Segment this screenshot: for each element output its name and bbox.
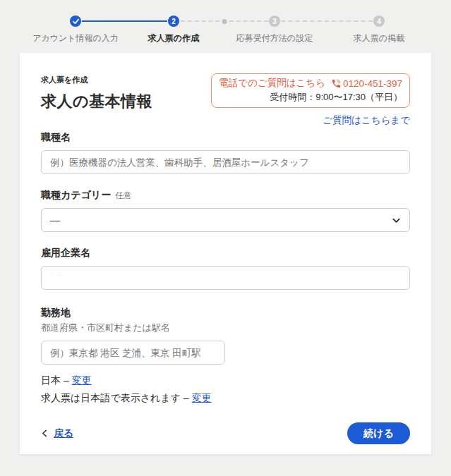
company-name-input-wrap	[41, 260, 410, 290]
phone-help-text: 電話でのご質問はこちら	[219, 77, 325, 90]
step-4-circle: 4	[373, 16, 385, 27]
field-company-name: 雇用企業名	[41, 247, 410, 290]
job-category-label: 職種カテゴリー任意	[41, 189, 410, 202]
chevron-left-icon	[41, 429, 49, 437]
optional-badge: 任意	[115, 191, 131, 200]
location-label: 勤務地	[41, 307, 410, 319]
step-4-label: 求人票の掲載	[354, 32, 404, 44]
step-2-label: 求人票の作成	[148, 32, 199, 44]
back-link[interactable]: 戻る	[41, 427, 73, 440]
country-text: 日本 –	[41, 374, 69, 386]
country-line: 日本 –変更	[41, 374, 410, 387]
chevron-down-icon	[392, 216, 401, 225]
phone-help-line: 電話でのご質問はこちら 0120-451-397	[219, 77, 402, 90]
step-3-circle: 3	[269, 16, 280, 27]
language-line: 求人票は日本語で表示されます –変更	[41, 392, 410, 405]
language-text: 求人票は日本語で表示されます –	[41, 392, 189, 403]
location-input[interactable]	[41, 341, 225, 365]
phone-area: 電話でのご質問はこちら 0120-451-397 受付時間：9:00〜17:30…	[211, 73, 410, 127]
company-name-label: 雇用企業名	[41, 247, 410, 260]
stepper-mid-dot	[222, 19, 227, 24]
progress-stepper: 2 3 4 アカウント情報の入力 求人票の作成 応募受付方法の設定 求人票の掲載	[0, 0, 451, 53]
location-sublabel: 都道府県・市区町村または駅名	[41, 322, 410, 334]
title-block: 求人票を作成 求人の基本情報	[41, 73, 152, 127]
phone-icon	[331, 78, 342, 89]
field-location: 勤務地 都道府県・市区町村または駅名	[41, 307, 410, 365]
page-title: 求人の基本情報	[41, 91, 152, 112]
step-2-circle: 2	[168, 16, 179, 27]
phone-hours: 受付時間：9:00〜17:30（平日）	[219, 91, 402, 104]
form-card: 求人票を作成 求人の基本情報 電話でのご質問はこちら 0120-451-397 …	[20, 53, 431, 454]
job-category-selected-value: —	[50, 214, 60, 226]
job-title-input[interactable]	[41, 150, 410, 174]
job-title-label: 職種名	[41, 131, 410, 144]
card-footer: 戻る 続ける	[41, 422, 410, 444]
phone-help-box: 電話でのご質問はこちら 0120-451-397 受付時間：9:00〜17:30…	[211, 73, 410, 108]
back-label: 戻る	[54, 427, 73, 440]
country-change-link[interactable]: 変更	[72, 374, 92, 386]
stepper-connector-dashed-2	[281, 20, 373, 22]
phone-number: 0120-451-397	[343, 78, 402, 89]
company-name-input[interactable]	[41, 266, 410, 290]
question-link[interactable]: ご質問はこちらまで	[323, 114, 410, 127]
language-change-link[interactable]: 変更	[192, 392, 212, 403]
step-3-label: 応募受付方法の設定	[236, 32, 313, 44]
job-category-select[interactable]: —	[41, 208, 410, 232]
card-header: 求人票を作成 求人の基本情報 電話でのご質問はこちら 0120-451-397 …	[41, 73, 410, 127]
continue-button[interactable]: 続ける	[347, 422, 410, 444]
step-1-circle	[70, 16, 81, 27]
eyebrow-label: 求人票を作成	[41, 75, 152, 85]
stepper-connector-complete	[82, 20, 167, 22]
check-icon	[73, 18, 79, 25]
step-1-label: アカウント情報の入力	[32, 32, 119, 44]
field-job-category: 職種カテゴリー任意 —	[41, 189, 410, 232]
job-category-label-text: 職種カテゴリー	[41, 189, 111, 200]
field-job-title: 職種名	[41, 131, 410, 174]
